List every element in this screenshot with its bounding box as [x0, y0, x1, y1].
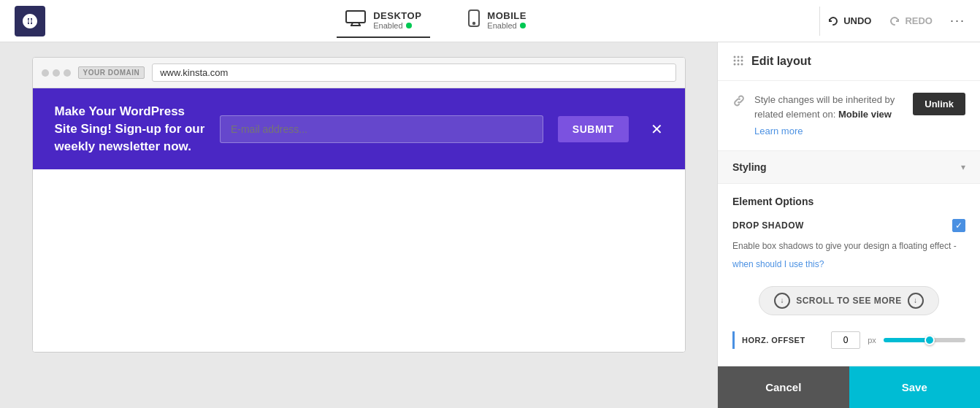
element-options-section: Element Options DROP SHADOW ✓ Enable box…: [718, 184, 980, 361]
svg-point-10: [734, 60, 736, 62]
learn-more-link[interactable]: Learn more: [754, 124, 904, 139]
panel-dots-icon: [732, 54, 744, 69]
browser-dot-1: [42, 69, 49, 77]
svg-point-15: [741, 63, 743, 66]
link-highlight: Mobile view: [838, 109, 892, 120]
unlink-button[interactable]: Unlink: [913, 93, 965, 115]
undo-button[interactable]: UNDO: [827, 15, 871, 27]
scroll-arrow-right-icon: ↓: [908, 293, 924, 309]
app-logo[interactable]: [15, 6, 45, 36]
mobile-tab[interactable]: MOBILE Enabled: [459, 4, 535, 39]
browser-url: www.kinsta.com: [152, 63, 675, 82]
svg-point-0: [28, 19, 32, 23]
desktop-icon: [345, 10, 366, 31]
browser-frame: YOUR DOMAIN www.kinsta.com Make Your Wor…: [32, 57, 686, 353]
drop-shadow-row: DROP SHADOW ✓: [732, 219, 965, 232]
device-tabs: DESKTOP Enabled MOBILE Enabled: [60, 4, 812, 39]
styling-title: Styling: [732, 161, 767, 173]
canvas-empty: [33, 169, 685, 352]
when-link[interactable]: when should I use this?: [732, 259, 824, 269]
drop-shadow-checkbox[interactable]: ✓: [952, 219, 965, 232]
banner-headline: Make Your WordPress Site Sing! Sign-up f…: [55, 103, 205, 155]
mobile-tab-info: MOBILE Enabled: [487, 10, 527, 30]
mobile-tab-name: MOBILE: [487, 10, 527, 21]
browser-dot-2: [53, 69, 60, 77]
svg-point-7: [734, 56, 736, 58]
browser-dots: [42, 69, 71, 77]
link-info-text: Style changes will be inherited by relat…: [754, 93, 904, 139]
main-content: YOUR DOMAIN www.kinsta.com Make Your Wor…: [0, 42, 980, 408]
svg-point-12: [741, 60, 743, 62]
horz-offset-input[interactable]: [831, 331, 860, 349]
element-options-title: Element Options: [732, 196, 965, 207]
top-bar: DESKTOP Enabled MOBILE Enabled: [0, 0, 980, 42]
more-button[interactable]: ···: [950, 13, 965, 28]
banner-text: Make Your WordPress Site Sing! Sign-up f…: [55, 103, 205, 155]
divider: [819, 7, 820, 36]
svg-rect-1: [346, 11, 365, 23]
panel-title: Edit layout: [751, 55, 811, 68]
scroll-to-see-container: ↓ SCROLL TO SEE MORE ↓: [732, 279, 965, 323]
drop-shadow-label: DROP SHADOW: [732, 220, 804, 231]
styling-section[interactable]: Styling ▾: [718, 151, 980, 184]
desktop-tab-info: DESKTOP Enabled: [373, 10, 421, 30]
canvas-area: YOUR DOMAIN www.kinsta.com Make Your Wor…: [0, 42, 717, 408]
cancel-button[interactable]: Cancel: [718, 366, 849, 408]
svg-point-14: [738, 63, 740, 66]
link-info-section: Style changes will be inherited by relat…: [718, 81, 980, 151]
banner-area: Make Your WordPress Site Sing! Sign-up f…: [33, 88, 685, 169]
banner-close-button[interactable]: ✕: [651, 120, 663, 138]
mobile-icon: [468, 9, 480, 31]
scroll-to-see-button[interactable]: ↓ SCROLL TO SEE MORE ↓: [759, 286, 939, 315]
desktop-tab[interactable]: DESKTOP Enabled: [337, 4, 430, 38]
svg-point-6: [473, 22, 475, 23]
horz-offset-unit: px: [868, 336, 876, 345]
browser-bar: YOUR DOMAIN www.kinsta.com: [33, 58, 685, 88]
redo-button[interactable]: REDO: [889, 15, 933, 27]
browser-dot-3: [64, 69, 71, 77]
mobile-status-dot: [520, 23, 526, 28]
svg-point-13: [734, 63, 736, 66]
panel-header: Edit layout: [718, 42, 980, 81]
right-panel: Edit layout Style changes will be inheri…: [717, 42, 980, 408]
svg-point-11: [738, 60, 740, 62]
desktop-tab-name: DESKTOP: [373, 10, 421, 21]
horz-offset-row: HORZ. OFFSET px: [732, 331, 965, 349]
link-icon: [732, 94, 746, 111]
panel-body: Style changes will be inherited by relat…: [718, 81, 980, 366]
undo-redo: UNDO REDO ···: [827, 13, 965, 28]
scroll-label: SCROLL TO SEE MORE: [796, 296, 902, 306]
horz-offset-label: HORZ. OFFSET: [742, 336, 824, 345]
chevron-down-icon: ▾: [961, 162, 965, 172]
save-button[interactable]: Save: [849, 366, 981, 408]
top-bar-left: [15, 6, 60, 36]
domain-label: YOUR DOMAIN: [78, 66, 145, 79]
svg-point-9: [741, 56, 743, 58]
horz-slider[interactable]: [884, 338, 965, 342]
mobile-tab-status: Enabled: [487, 21, 527, 30]
banner-submit-button[interactable]: SUBMIT: [558, 116, 629, 142]
desktop-tab-status: Enabled: [373, 21, 421, 30]
scroll-arrow-left-icon: ↓: [774, 293, 790, 309]
svg-point-8: [738, 56, 740, 58]
banner-email-input[interactable]: [220, 115, 543, 143]
panel-footer: Cancel Save: [718, 366, 980, 408]
drop-shadow-desc: Enable box shadows to give your design a…: [732, 239, 965, 253]
desktop-status-dot: [406, 23, 412, 28]
